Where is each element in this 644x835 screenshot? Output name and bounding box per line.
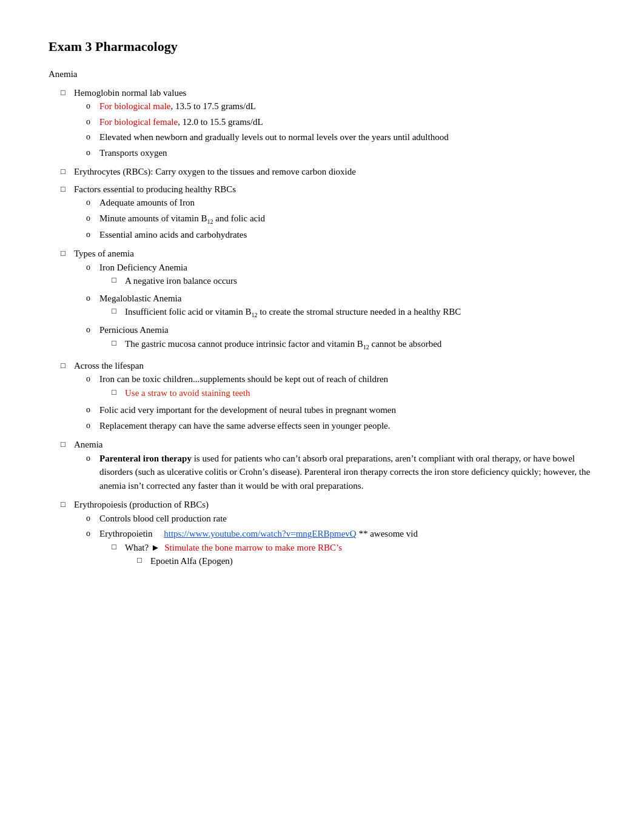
hemoglobin-sublist: o For biological male, 13.5 to 17.5 gram… — [86, 99, 595, 159]
bullet-factors: □ Factors essential to producing healthy… — [61, 183, 595, 244]
erythropoietin-link[interactable]: https://www.youtube.com/watch?v=mngERBpm… — [164, 529, 356, 538]
bullet-icon-1: □ — [61, 87, 74, 99]
anemia-parenteral-sublist: o Parenteral iron therapy is used for pa… — [86, 452, 595, 493]
bullet-hemoglobin: □ Hemoglobin normal lab values o For bio… — [61, 86, 595, 162]
bullet-types: □ Types of anemia o Iron Deficiency Anem… — [61, 247, 595, 355]
bullet-lifespan: □ Across the lifespan o Iron can be toxi… — [61, 359, 595, 435]
gastric-mucosa-content: The gastric mucosa cannot produce intrin… — [125, 337, 595, 352]
bullet-icon-2: □ — [61, 166, 74, 178]
sub-bullet-o2: o — [86, 115, 99, 128]
elevated-item: o Elevated when newborn and gradually le… — [86, 130, 595, 144]
sub-bullet-l3: o — [86, 419, 99, 432]
parenteral-iron-label: Parenteral iron therapy — [99, 454, 192, 463]
page-title: Exam 3 Pharmacology — [49, 36, 595, 56]
bullet-anemia-parenteral: □ Anemia o Parenteral iron therapy is us… — [61, 438, 595, 494]
negative-iron-content: A negative iron balance occurs — [125, 274, 595, 288]
pernicious-item: o Pernicious Anemia □ The gastric mucosa… — [86, 323, 595, 354]
bullet-icon-4: □ — [61, 247, 74, 260]
erythrocytes-label: Erythrocytes (RBCs): Carry oxygen to the… — [74, 167, 356, 176]
elevated-content: Elevated when newborn and gradually leve… — [99, 130, 595, 144]
bullet-hemoglobin-content: Hemoglobin normal lab values o For biolo… — [74, 86, 595, 162]
vitamin-b12-content: Minute amounts of vitamin B12 and folic … — [99, 212, 595, 226]
types-sublist: o Iron Deficiency Anemia □ A negative ir… — [86, 261, 595, 354]
sub-bullet-t3: o — [86, 323, 99, 336]
subsub-bullet-straw: □ — [112, 386, 125, 398]
pernicious-sublist: □ The gastric mucosa cannot produce intr… — [112, 337, 595, 352]
iron-toxic-sublist: □ Use a straw to avoid staining teeth — [112, 386, 595, 400]
replacement-therapy-item: o Replacement therapy can have the same … — [86, 419, 595, 433]
iron-toxic-content: Iron can be toxic children...supplements… — [99, 372, 595, 401]
controls-blood-item: o Controls blood cell production rate — [86, 512, 595, 526]
vitamin-b12-item: o Minute amounts of vitamin B12 and foli… — [86, 212, 595, 226]
anemia-section-label: Anemia — [49, 67, 595, 81]
bio-male-content: For biological male, 13.5 to 17.5 grams/… — [99, 99, 595, 113]
sub-bullet-o3: o — [86, 130, 99, 143]
use-straw-content: Use a straw to avoid staining teeth — [125, 386, 595, 400]
factors-content: Factors essential to producing healthy R… — [74, 183, 595, 244]
epoetin-list: □ Epoetin Alfa (Epogen) — [137, 554, 595, 568]
adequate-iron-content: Adequate amounts of Iron — [99, 196, 595, 210]
folic-acid-neural-content: Folic acid very important for the develo… — [99, 403, 595, 417]
bio-female-content: For biological female, 12.0 to 15.5 gram… — [99, 115, 595, 129]
insufficient-folic-item: □ Insufficient folic acid or vitamin B12… — [112, 305, 595, 320]
sub-bullet-t1: o — [86, 261, 99, 273]
bullet-icon-7: □ — [61, 498, 74, 511]
adequate-iron-item: o Adequate amounts of Iron — [86, 196, 595, 210]
parenteral-iron-content: Parenteral iron therapy is used for pati… — [99, 452, 595, 493]
sub-bullet-f3: o — [86, 228, 99, 241]
subsub-bullet-1: □ — [112, 274, 125, 286]
iron-deficiency-item: o Iron Deficiency Anemia □ A negative ir… — [86, 261, 595, 290]
bullet-icon-3: □ — [61, 183, 74, 195]
controls-blood-content: Controls blood cell production rate — [99, 512, 595, 526]
bio-female-label: For biological female — [99, 117, 178, 127]
sub-bullet-e2: o — [86, 527, 99, 540]
stimulate-label: Stimulate the bone marrow to make more R… — [164, 543, 342, 552]
sub-bullet-l2: o — [86, 403, 99, 416]
erythropoietin-sublist: □ What? ► Stimulate the bone marrow to m… — [112, 541, 595, 570]
factors-label: Factors essential to producing healthy R… — [74, 184, 236, 194]
bullet-erythrocytes: □ Erythrocytes (RBCs): Carry oxygen to t… — [61, 165, 595, 179]
what-content: What? ► Stimulate the bone marrow to mak… — [125, 541, 595, 570]
amino-acids-item: o Essential amino acids and carbohydrate… — [86, 228, 595, 242]
bullet-icon-5: □ — [61, 360, 74, 372]
bio-male-value: , 13.5 to 17.5 grams/dL — [170, 101, 255, 111]
subsub-bullet-2: □ — [112, 305, 125, 317]
epoetin-item: □ Epoetin Alfa (Epogen) — [137, 554, 595, 568]
erythropoietin-link-text: https://www.youtube.com/watch?v=mngERBpm… — [164, 529, 356, 538]
bullet-erythropoiesis: □ Erythropoiesis (production of RBCs) o … — [61, 498, 595, 574]
subsubsub-bullet-1: □ — [137, 554, 150, 566]
types-label: Types of anemia — [74, 249, 134, 258]
gastric-mucosa-item: □ The gastric mucosa cannot produce intr… — [112, 337, 595, 352]
factors-sublist: o Adequate amounts of Iron o Minute amou… — [86, 196, 595, 241]
sub-bullet-t2: o — [86, 292, 99, 304]
transports-content: Transports oxygen — [99, 146, 595, 160]
hemoglobin-label: Hemoglobin normal lab values — [74, 88, 186, 98]
megaloblastic-content: Megaloblastic Anemia □ Insufficient foli… — [99, 292, 595, 322]
sub-bullet-f1: o — [86, 196, 99, 209]
transports-item: o Transports oxygen — [86, 146, 595, 160]
types-content: Types of anemia o Iron Deficiency Anemia… — [74, 247, 595, 355]
bio-male-label: For biological male — [99, 101, 170, 111]
lifespan-content: Across the lifespan o Iron can be toxic … — [74, 359, 595, 435]
sub-bullet-o1: o — [86, 99, 99, 112]
erythropoietin-label: Erythropoietin — [99, 529, 152, 538]
megaloblastic-sublist: □ Insufficient folic acid or vitamin B12… — [112, 305, 595, 320]
anemia-parenteral-label: Anemia — [74, 440, 102, 449]
replacement-therapy-content: Replacement therapy can have the same ad… — [99, 419, 595, 433]
erythropoietin-suffix: ** awesome vid — [357, 529, 418, 538]
bio-male-item: o For biological male, 13.5 to 17.5 gram… — [86, 99, 595, 113]
folic-acid-neural-item: o Folic acid very important for the deve… — [86, 403, 595, 417]
pernicious-content: Pernicious Anemia □ The gastric mucosa c… — [99, 323, 595, 354]
sub-bullet-o4: o — [86, 146, 99, 159]
anemia-parenteral-content: Anemia o Parenteral iron therapy is used… — [74, 438, 595, 494]
b12-sub: 12 — [207, 218, 213, 225]
bio-female-value: , 12.0 to 15.5 grams/dL — [178, 117, 263, 127]
sub-bullet-e1: o — [86, 512, 99, 525]
iron-deficiency-content: Iron Deficiency Anemia □ A negative iron… — [99, 261, 595, 290]
amino-acids-content: Essential amino acids and carbohydrates — [99, 228, 595, 242]
bullet-icon-6: □ — [61, 438, 74, 451]
erythropoietin-item: o Erythropoietin https://www.youtube.com… — [86, 527, 595, 572]
epoetin-content: Epoetin Alfa (Epogen) — [150, 554, 233, 568]
what-item: □ What? ► Stimulate the bone marrow to m… — [112, 541, 595, 570]
iron-deficiency-sublist: □ A negative iron balance occurs — [112, 274, 595, 288]
